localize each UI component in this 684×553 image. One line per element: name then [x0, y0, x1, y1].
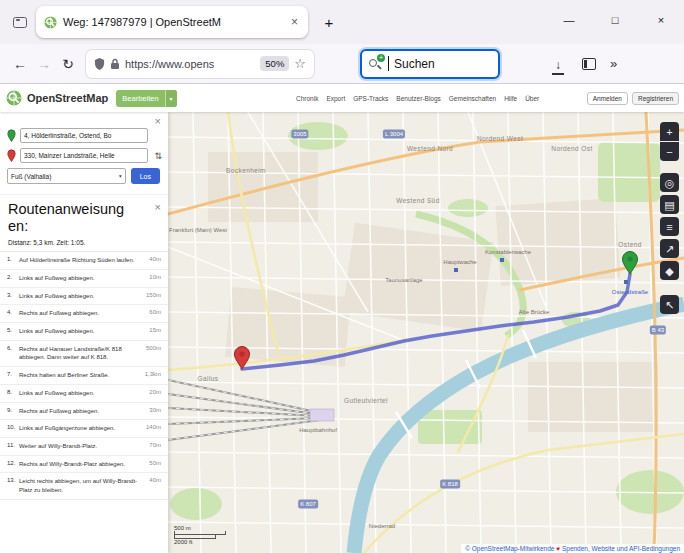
tab-close-icon[interactable]: × [289, 15, 300, 29]
downloads-tray [552, 73, 564, 75]
map-key-button[interactable]: ≡ [660, 217, 679, 236]
osm-logo-icon[interactable] [6, 90, 22, 106]
attribution-links[interactable]: Spenden, Website und API-Bedingungen [562, 545, 680, 552]
directions-close-icon[interactable]: × [155, 201, 161, 213]
step-instruction: Auf Hölderlinstraße Richtung Süden laufe… [19, 256, 144, 265]
go-button[interactable]: Los [131, 168, 160, 184]
osm-nav-link[interactable]: Benutzer-Blogs [396, 95, 440, 102]
osm-nav-link[interactable]: Gemeinschaften [449, 95, 496, 102]
search-bar[interactable]: + Suchen [360, 49, 500, 79]
url-text: https://www.opens [125, 58, 214, 70]
edit-button-label: Bearbeiten [116, 90, 164, 107]
map-scale: 500 m 2000 ft [174, 525, 226, 545]
osm-nav-link[interactable]: GPS-Tracks [353, 95, 388, 102]
step-number: 2. [7, 274, 16, 280]
edit-dropdown-caret-icon[interactable]: ▾ [165, 90, 177, 107]
step-instruction: Links auf Fußgängerzone abbiegen. [19, 424, 141, 433]
direction-step[interactable]: 1.Auf Hölderlinstraße Richtung Süden lau… [0, 252, 168, 270]
direction-step[interactable]: 7.Rechts halten auf Berliner Straße.1,3k… [0, 367, 168, 385]
window-minimize-button[interactable]: — [546, 0, 592, 40]
tracking-shield-icon[interactable] [94, 58, 105, 70]
direction-step[interactable]: 9.Rechts auf Fußweg abbiegen.30m [0, 403, 168, 421]
zoom-level-badge[interactable]: 50% [260, 56, 289, 71]
step-number: 10. [7, 424, 16, 430]
osm-header: OpenStreetMap Bearbeiten ▾ ChronikExport… [0, 84, 684, 112]
downloads-icon[interactable]: ↓ [550, 55, 566, 73]
share-button[interactable]: ↗ [660, 239, 679, 258]
direction-step[interactable]: 10.Links auf Fußgängerzone abbiegen.140m [0, 420, 168, 438]
step-distance: 10m [149, 274, 161, 280]
attribution-link[interactable]: © OpenStreetMap-Mitwirkende [465, 545, 554, 552]
forward-button[interactable]: → [32, 56, 56, 72]
direction-step[interactable]: 5.Links auf Fußweg abbiegen.15m [0, 323, 168, 341]
direction-step[interactable]: 3.Links auf Fußweg abbiegen.150m [0, 288, 168, 306]
firefox-view-glyph [13, 17, 27, 28]
directions-steps: 1.Auf Hölderlinstraße Richtung Süden lau… [0, 251, 168, 499]
geolocate-button[interactable]: ◎ [660, 173, 679, 192]
bookmark-star-icon[interactable]: ☆ [294, 56, 306, 71]
direction-step[interactable]: 13.Leicht rechts abbiegen, um auf Willy-… [0, 473, 168, 499]
step-number: 3. [7, 292, 16, 298]
directions-header: Routenanweisungen: × [0, 194, 168, 236]
step-instruction: Links auf Fußweg abbiegen. [19, 389, 144, 398]
overflow-menu-icon[interactable]: » [610, 56, 617, 71]
step-number: 5. [7, 327, 16, 333]
add-note-button[interactable]: ◆ [660, 261, 679, 280]
sidebar-toggle-icon[interactable] [582, 58, 596, 70]
map-attribution: © OpenStreetMap-Mitwirkende ♥ Spenden, W… [461, 544, 684, 553]
osm-nav-link[interactable]: Export [326, 95, 345, 102]
tab-title: Weg: 147987979 | OpenStreetM [63, 16, 283, 28]
step-number: 13. [7, 477, 16, 483]
step-number: 9. [7, 407, 16, 413]
osm-nav-link[interactable]: Hilfe [504, 95, 517, 102]
step-distance: 60m [149, 309, 161, 315]
direction-step[interactable]: 8.Links auf Fußweg abbiegen.20m [0, 385, 168, 403]
direction-step[interactable]: 4.Rechts auf Fußweg abbiegen.60m [0, 305, 168, 323]
step-distance: 20m [149, 389, 161, 395]
web-page: OpenStreetMap Bearbeiten ▾ ChronikExport… [0, 84, 684, 553]
route-from-input[interactable] [20, 128, 148, 143]
osm-brand[interactable]: OpenStreetMap [27, 92, 108, 104]
firefox-view-icon[interactable] [7, 9, 33, 35]
step-number: 12. [7, 460, 16, 466]
window-close-button[interactable]: × [638, 0, 684, 40]
zoom-out-button[interactable]: − [660, 142, 679, 161]
navigation-bar: ← → ↻ https://www.opens 50% ☆ + Suchen ↓… [0, 44, 684, 84]
direction-step[interactable]: 11.Weiter auf Willy-Brandt-Platz.70m [0, 438, 168, 456]
reload-button[interactable]: ↻ [56, 56, 80, 72]
zoom-in-button[interactable]: + [660, 122, 679, 141]
step-distance: 70m [149, 442, 161, 448]
browser-tab[interactable]: Weg: 147987979 | OpenStreetM × [36, 6, 308, 38]
layers-button[interactable]: ▤ [660, 195, 679, 214]
back-button[interactable]: ← [8, 56, 32, 72]
step-distance: 15m [149, 327, 161, 333]
travel-mode-select[interactable]: Fuß (Valhalla) ▾ [7, 168, 126, 184]
osm-nav-link[interactable]: Chronik [296, 95, 318, 102]
direction-step[interactable]: 12.Rechts auf Willy-Brandt-Platz abbiege… [0, 456, 168, 474]
query-features-button[interactable]: ↖ [660, 295, 679, 314]
step-distance: 500m [146, 345, 161, 351]
step-number: 8. [7, 389, 16, 395]
direction-step[interactable]: 2.Links auf Fußweg abbiegen.10m [0, 270, 168, 288]
osm-nav-link[interactable]: Über [525, 95, 539, 102]
swap-endpoints-icon[interactable]: ⇅ [154, 151, 162, 161]
lock-icon[interactable] [110, 58, 120, 70]
osm-auth: Anmelden Registrieren [587, 84, 679, 112]
window-maximize-button[interactable]: □ [592, 0, 638, 40]
step-distance: 150m [146, 292, 161, 298]
edit-button[interactable]: Bearbeiten ▾ [116, 90, 176, 107]
register-button[interactable]: Registrieren [632, 92, 679, 105]
login-button[interactable]: Anmelden [587, 92, 628, 105]
scale-imperial-label: 2000 ft [174, 539, 226, 545]
step-instruction: Rechts auf Willy-Brandt-Platz abbiegen. [19, 460, 144, 469]
step-number: 1. [7, 256, 16, 262]
step-instruction: Rechts auf Fußweg abbiegen. [19, 407, 144, 416]
search-input-text: Suchen [394, 57, 435, 71]
direction-step[interactable]: 6.Rechts auf Hanauer Landstraße/K 818 ab… [0, 341, 168, 367]
new-tab-button[interactable]: + [317, 10, 341, 34]
directions-summary: Distanz: 5,3 km. Zeit: 1:05. [0, 236, 168, 251]
map-canvas[interactable]: BockenheimWestend NordNordend WestNorden… [168, 112, 684, 553]
search-panel-close-icon[interactable]: × [155, 115, 161, 127]
route-to-input[interactable] [20, 148, 148, 163]
url-bar[interactable]: https://www.opens 50% ☆ [86, 50, 314, 78]
